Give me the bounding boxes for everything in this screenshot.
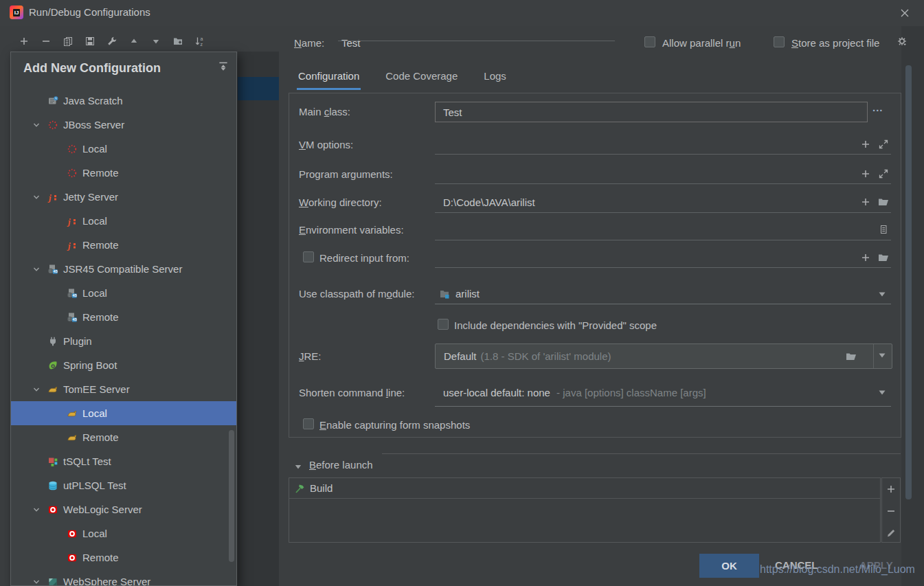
name-input[interactable]: Test [341,37,361,49]
name-input-underline [338,41,615,41]
redirect-input-plus-icon[interactable] [860,252,871,263]
config-type-label: Local [82,287,107,299]
jre-combobox[interactable]: Default (1.8 - SDK of 'arilist' module) [435,343,892,369]
copy-button[interactable] [61,34,75,48]
jre-browse-folder-icon[interactable] [845,351,856,362]
config-type-item[interactable]: WebLogic Server [11,497,236,521]
chevron-down-icon[interactable] [31,576,42,586]
config-type-item[interactable]: jLocal [11,209,236,233]
popup-scrollbar[interactable] [229,430,234,562]
tomee-icon [67,432,78,443]
config-type-item[interactable]: 45Local [11,281,236,305]
chevron-down-icon[interactable] [31,120,42,131]
config-type-item[interactable]: Local [11,137,236,161]
svg-text:z: z [201,42,203,47]
redirect-input-input[interactable] [435,267,891,268]
config-type-item[interactable]: Plugin [11,329,236,353]
svg-text:j: j [67,240,71,251]
expand-vm-icon[interactable] [878,139,889,150]
config-type-item[interactable]: Java Scratch [11,89,236,113]
use-classpath-underline [435,304,891,304]
tab-configuration[interactable]: Configuration [297,69,361,90]
tomee-icon [47,384,58,395]
build-icon [295,483,306,494]
working-directory-input[interactable]: D:\Code\JAVA\arilist [443,196,535,208]
browse-main-class-button[interactable]: ... [872,102,883,113]
title-bar: IJ Run/Debug Configurations [0,0,924,26]
jboss-icon [47,120,58,131]
config-type-item[interactable]: JBoss Server [11,113,236,137]
config-type-item[interactable]: Remote [11,425,236,449]
allow-parallel-run-checkbox[interactable] [644,36,655,47]
config-type-item[interactable]: Spring Boot [11,353,236,377]
panel-scrollbar[interactable] [905,65,912,499]
edit-before-launch-button[interactable] [886,528,897,539]
expand-vm-plus-icon[interactable] [860,139,871,150]
add-before-launch-button[interactable] [886,484,897,495]
move-down-button[interactable] [149,34,163,48]
include-provided-checkbox[interactable] [438,319,449,330]
ok-button[interactable]: OK [699,554,759,578]
save-button[interactable] [83,34,97,48]
redirect-input-checkbox[interactable] [303,251,314,262]
config-type-item[interactable]: Remote [11,161,236,185]
config-type-item[interactable]: jRemote [11,233,236,257]
main-class-input[interactable]: Test [435,102,868,122]
close-icon[interactable] [899,7,911,19]
before-launch-collapse-icon[interactable] [293,461,304,472]
csdn-watermark: https://blog.csdn.net/Milo_Luom [760,563,915,576]
jre-dropdown-button[interactable] [873,344,892,368]
config-type-item[interactable]: TomEE Server [11,377,236,401]
config-type-label: tSQLt Test [63,455,111,467]
config-type-item[interactable]: tSQLt Test [11,449,236,473]
remove-button[interactable] [39,34,53,48]
config-type-label: Remote [82,167,119,179]
program-arguments-expand-icon[interactable] [878,168,889,179]
shorten-command-line-combobox[interactable]: user-local default: none - java [options… [443,387,706,398]
use-classpath-dropdown-icon[interactable] [877,290,888,301]
environment-variables-input[interactable] [435,240,891,240]
add-button[interactable] [17,34,31,48]
before-launch-item[interactable]: Build [289,478,880,499]
config-type-item[interactable]: 45Remote [11,305,236,329]
config-type-item[interactable]: 45JSR45 Compatible Server [11,257,236,281]
config-type-label: Jetty Server [63,191,118,203]
config-type-item[interactable]: WebSphere Server [11,570,236,585]
chevron-down-icon[interactable] [31,264,42,275]
chevron-down-icon[interactable] [31,384,42,395]
edit-templates-button[interactable] [105,34,119,48]
tab-logs[interactable]: Logs [482,69,508,90]
working-directory-browse-folder-icon[interactable] [877,196,888,207]
config-type-item[interactable]: Remote [11,545,236,570]
gear-icon[interactable] [896,35,910,49]
enable-snapshots-checkbox[interactable] [303,418,314,429]
tab-code-coverage[interactable]: Code Coverage [384,69,459,90]
config-type-item[interactable]: Local [11,401,236,425]
shorten-command-line-dropdown-icon[interactable] [877,388,888,399]
config-type-item[interactable]: Local [11,521,236,545]
program-arguments-label: Program arguments: [299,168,393,180]
chevron-down-icon[interactable] [31,192,42,203]
vm-options-input[interactable] [435,154,891,155]
add-new-configuration-popup: Add New Configuration Java ScratchJBoss … [10,52,237,586]
chevron-down-icon[interactable] [31,504,42,515]
environment-variables-edit-icon[interactable] [878,224,889,235]
use-classpath-value[interactable]: arilist [455,288,480,300]
sort-alphabetically-button[interactable]: az [193,34,207,48]
config-type-item[interactable]: jJetty Server [11,185,236,209]
configurations-tree-background [238,52,279,586]
redirect-input-folder-icon[interactable] [877,252,888,263]
config-type-item[interactable]: utPLSQL Test [11,473,236,497]
move-up-button[interactable] [127,34,141,48]
svg-text:45: 45 [73,317,77,322]
remove-before-launch-button[interactable] [886,506,897,517]
program-arguments-plus-icon[interactable] [860,168,871,179]
store-as-project-file-checkbox[interactable] [774,36,785,47]
working-directory-plus-icon[interactable] [860,196,871,207]
collapse-all-icon[interactable] [217,60,229,73]
jetty-icon: j [67,216,78,227]
utplsql-icon [47,480,58,491]
new-folder-button[interactable] [171,34,185,48]
program-arguments-input[interactable] [435,183,891,184]
redirect-input-label: Redirect input from: [319,252,409,264]
